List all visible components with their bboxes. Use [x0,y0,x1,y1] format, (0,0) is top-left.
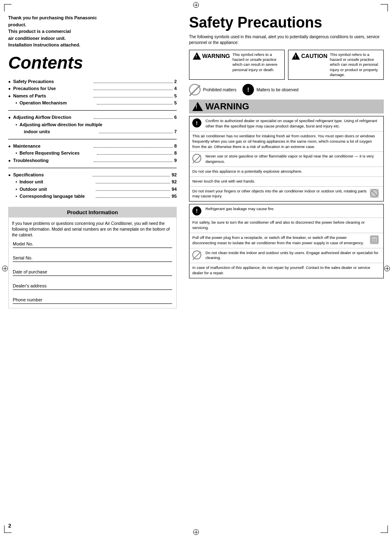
toc-label-operation: Operation Mechanism [20,100,95,107]
warning2-text-1: Refrigerant gas leakage may cause fire. [205,206,380,212]
warning-row-6: Do not insert your fingers or other obje… [189,187,383,201]
toc-label-airflow-multi: Adjusting airflow direction for multiple [20,121,177,129]
warning-icon: ! WARNING [193,52,230,60]
toc-page-safety: 2 [174,78,177,86]
warning-section-2: ! Refrigerant gas leakage may cause fire… [189,204,384,278]
toc-page-names: 5 [174,93,177,100]
safety-intro: The following symbols used in this manua… [189,34,384,46]
form-field-dealer[interactable]: Dealer's address [13,283,172,290]
product-info-description: If you have problems or questions concer… [9,218,176,241]
corner-mark-tl [4,4,12,12]
toc-bullet: • [16,100,17,106]
toc-bullet: • [16,150,17,157]
toc-label-specs: Specifications [13,171,91,179]
caution-label-text: CAUTION [301,53,327,59]
toc-label-safety: Safety Precautions [13,78,92,86]
exclamation2-icon: ! [192,206,201,215]
toc-item-troubleshooting: ● Troubleshooting 9 [8,157,177,164]
form-field-date[interactable]: Date of purchase [13,269,172,276]
toc-label-outdoor-unit: Outdoor unit [20,186,94,193]
warning-text-4: Do not use this appliance in a potential… [189,167,383,177]
toc-dots [94,86,173,90]
toc-bullet: ● [8,86,11,92]
toc-page-lang-table: 95 [172,193,177,200]
intro-line3: This product is a commercial [8,29,71,34]
toc-label-precautions: Precautions for Use [13,85,92,93]
prohibited-label: Prohibited matters [203,88,236,92]
toc-item-airflow-indoor: indoor units 7 [8,128,177,136]
observe-icon: ! [242,84,254,95]
svg-rect-2 [371,236,378,243]
toc-divider-2 [8,139,177,139]
warning-triangle-large [192,102,203,111]
toc-section-1: ● Safety Precautions 2 ● Precautions for… [8,78,177,107]
toc-item-before-request: • Before Requesting Services 8 [8,150,177,157]
symbol-row: ! WARNING This symbol refers to a hazard… [189,50,384,80]
prohibited-icon [189,84,201,95]
toc-item-names: ● Names of Parts 5 [8,93,177,100]
toc-page-outdoor-unit: 94 [172,186,177,193]
toc-dots [94,79,173,83]
warning-text-1: Confirm to authorized dealer or speciali… [205,118,380,129]
plug-icon [370,235,379,244]
toc-item-airflow: ● Adjusting Airflow Direction 6 [8,114,177,121]
icon-label-row: Prohibited matters ! Matters to be obser… [189,84,384,95]
form-field-phone[interactable]: Phone number [13,297,172,304]
toc-item-operation: • Operation Mechanism 5 [8,100,177,107]
toc-page-operation: 5 [174,100,177,107]
warning-row-1: ! Confirm to authorized dealer or specia… [189,116,383,132]
warning-row-3: Never use or store gasoline or other fla… [189,152,383,167]
svg-line-1 [371,190,377,196]
toc-item-maintenance: ● Maintenance 8 [8,143,177,150]
no-clean-icon [192,250,201,259]
warning2-row-3: Pull off the power plug from a receptacl… [189,233,383,248]
intro-line5: Installation Instructions attached. [8,42,80,47]
product-info-box: Product Information If you have problems… [8,207,177,308]
toc-section-2: ● Adjusting Airflow Direction 6 • Adjust… [8,114,177,136]
warning-section-header: WARNING [189,100,384,113]
toc-label-indoor-unit: Indoor unit [20,178,94,186]
toc-divider-1 [8,110,177,111]
toc-dots [97,150,173,155]
toc-dots [92,172,170,176]
warning2-text-3: Pull off the power plug from a receptacl… [192,235,367,246]
toc-dots [96,179,170,183]
warning-label-text: WARNING [202,53,230,59]
form-field-model[interactable]: Model No. [13,241,172,248]
toc-page-maintenance: 8 [174,143,177,150]
warning2-text-2: For safety, be sure to turn the air cond… [189,218,383,233]
warning-triangle-icon: ! [193,52,201,60]
main-content: Thank you for purchasing this Panasonic … [8,14,384,529]
toc-bullet: • [16,179,17,185]
fingers-icon-col [370,189,380,198]
toc-dots [99,129,173,133]
toc-item-lang-table: • Corresponding language table 95 [8,193,177,200]
reg-mark-top [193,2,199,8]
toc-bullet: ● [8,157,11,164]
toc-dots [94,144,173,148]
toc-dots [94,158,173,162]
product-form: Model No. Serial No. Date of purchase De… [9,241,176,308]
safety-title: Safety Precautions [189,14,384,31]
form-field-serial[interactable]: Serial No. [13,255,172,262]
toc-dots [97,100,173,104]
toc-label-airflow: Adjusting Airflow Direction [13,114,92,121]
toc-page-indoor: 7 [174,128,177,136]
product-info-title: Product Information [9,207,176,218]
toc-label-troubleshooting: Troubleshooting [13,157,92,164]
no-gas-icon [192,154,201,163]
caution-symbol-box: ! CAUTION This symbol refers to a hazard… [288,50,384,80]
caution-icon: ! CAUTION [292,52,327,60]
toc-bullet: ● [8,93,11,100]
toc-item-indoor-unit: • Indoor unit 92 [8,178,177,186]
toc-bullet: ● [8,143,11,150]
warning-section-1: ! Confirm to authorized dealer or specia… [189,116,384,201]
warning-text-6: Do not insert your fingers or other obje… [192,189,367,199]
page-number: 2 [8,523,11,529]
observed-label: Matters to be observed [256,88,298,92]
toc-dots [94,93,173,97]
toc-page-specs: 92 [172,171,177,179]
toc-item-specs: ● Specifications 92 [8,171,177,179]
prohibited-item: Prohibited matters [189,84,236,95]
toc-bullet: • [16,122,17,128]
